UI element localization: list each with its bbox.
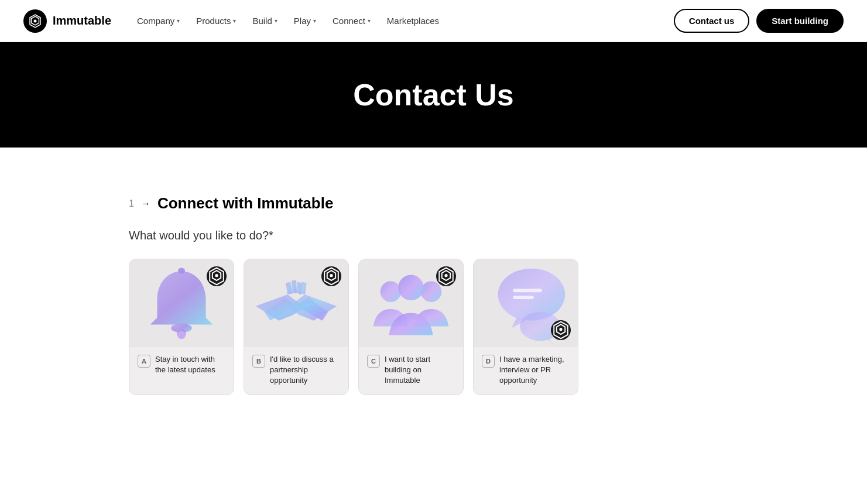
card-footer-d: D I have a marketing, interview or PR op… [474,347,578,395]
card-image-a [129,259,234,347]
card-text-d: I have a marketing, interview or PR oppo… [499,354,570,386]
logo-icon [23,9,47,33]
svg-rect-12 [513,289,542,292]
card-text-a: Stay in touch with the latest updates [155,354,225,375]
option-card-c[interactable]: C I want to start building on Immutable [358,259,464,395]
immutable-badge-d [551,320,571,340]
chevron-down-icon: ▾ [275,18,277,24]
step-title: Connect with Immutable [157,194,333,212]
option-card-b[interactable]: B I'd like to discuss a partnership oppo… [244,259,349,395]
nav-left: Immutable Company ▾ Products ▾ Build ▾ P… [23,9,446,33]
logo[interactable]: Immutable [23,9,111,33]
card-letter-a: A [138,355,150,368]
options-grid: A Stay in touch with the latest updates [129,259,844,395]
contact-us-button[interactable]: Contact us [674,9,750,33]
nav-play[interactable]: Play ▾ [287,11,323,30]
hero-section: Contact Us [0,42,867,148]
svg-rect-13 [513,296,534,299]
option-card-a[interactable]: A Stay in touch with the latest updates [129,259,234,395]
card-footer-a: A Stay in touch with the latest updates [129,347,234,383]
question-label: What would you like to do?* [129,229,844,242]
nav-products[interactable]: Products ▾ [189,11,243,30]
immutable-badge-b [321,266,341,286]
nav-connect[interactable]: Connect ▾ [325,11,378,30]
brand-name: Immutable [53,14,111,28]
immutable-badge-c [436,266,456,286]
card-footer-c: C I want to start building on Immutable [359,347,463,395]
card-text-b: I'd like to discuss a partnership opport… [270,354,340,386]
main-content: 1 → Connect with Immutable What would yo… [0,148,867,442]
card-image-d [474,259,578,347]
svg-point-0 [34,19,37,22]
page-title: Contact Us [353,77,513,112]
svg-point-15 [559,328,562,331]
card-text-c: I want to start building on Immutable [385,354,455,386]
card-letter-b: B [252,355,265,368]
card-footer-b: B I'd like to discuss a partnership oppo… [244,347,348,395]
nav-build[interactable]: Build ▾ [245,11,284,30]
svg-point-7 [381,281,402,302]
nav-marketplaces[interactable]: Marketplaces [380,11,446,30]
svg-point-10 [444,274,447,277]
immutable-badge-a [207,266,227,286]
step-number: 1 [129,198,134,209]
card-image-b [244,259,348,347]
navbar: Immutable Company ▾ Products ▾ Build ▾ P… [0,0,867,42]
card-letter-c: C [367,355,380,368]
start-building-button[interactable]: Start building [756,9,844,33]
card-letter-d: D [482,355,495,368]
nav-right: Contact us Start building [674,9,844,33]
nav-links: Company ▾ Products ▾ Build ▾ Play ▾ Conn… [130,11,446,30]
svg-point-5 [215,274,218,277]
svg-point-11 [498,269,566,321]
svg-point-3 [177,331,186,339]
chevron-down-icon: ▾ [313,18,316,24]
chevron-down-icon: ▾ [233,18,236,24]
nav-company[interactable]: Company ▾ [130,11,187,30]
step-header: 1 → Connect with Immutable [129,194,844,212]
svg-point-9 [398,275,424,301]
card-image-c [359,259,463,347]
option-card-d[interactable]: D I have a marketing, interview or PR op… [473,259,578,395]
svg-rect-4 [178,268,185,274]
svg-point-6 [330,274,333,277]
chevron-down-icon: ▾ [177,18,180,24]
step-arrow-icon: → [141,198,150,209]
chevron-down-icon: ▾ [368,18,371,24]
